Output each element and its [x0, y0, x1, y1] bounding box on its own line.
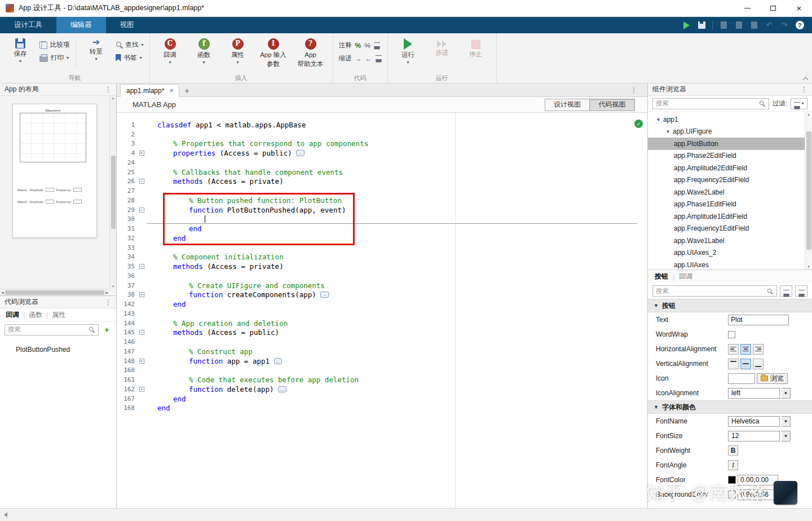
- bookmark-button[interactable]: 书签 ▾: [116, 54, 144, 62]
- code-line-36[interactable]: 36: [117, 271, 647, 281]
- align-center-button[interactable]: [740, 344, 751, 355]
- smart-indent-icon[interactable]: [376, 55, 382, 59]
- chevron-down-icon[interactable]: ▼: [782, 416, 791, 427]
- indent-left-icon[interactable]: ←: [365, 55, 372, 62]
- filter-dropdown[interactable]: ▾: [791, 98, 807, 109]
- icon-path-input[interactable]: [728, 373, 755, 384]
- fontname-select[interactable]: Helvetica: [728, 416, 780, 427]
- indent-right-icon[interactable]: →: [355, 55, 362, 62]
- align-left-button[interactable]: [728, 344, 739, 355]
- tab-button-props[interactable]: 按钮: [655, 272, 668, 281]
- app-preview-thumbnail[interactable]: Waveform Wave1: Amplitude: Frequency:: [12, 104, 97, 238]
- tree-item-app.Amplitude1EditField[interactable]: app.Amplitude1EditField: [648, 210, 812, 223]
- quick-save-icon[interactable]: [697, 21, 706, 30]
- panel-menu-icon[interactable]: ⋮: [105, 298, 112, 306]
- code-line-162[interactable]: 162+function delete(app) ...: [117, 385, 647, 394]
- close-button[interactable]: ×: [786, 0, 812, 16]
- code-line-29[interactable]: 29−function PlotButtonPushed(app, event): [117, 205, 647, 215]
- italic-button[interactable]: I: [728, 460, 738, 470]
- tree-item-app.UIAxes_2[interactable]: app.UIAxes_2: [648, 247, 812, 259]
- code-line-167[interactable]: 167end: [117, 394, 647, 404]
- tree-item-app.Frequency1EditField[interactable]: app.Frequency1EditField: [648, 223, 812, 235]
- text-value-input[interactable]: Plot: [728, 315, 789, 325]
- list-item-callback[interactable]: PlotButtonPushed: [0, 344, 116, 355]
- code-line-30[interactable]: 30: [117, 215, 647, 224]
- fold-expand-icon[interactable]: +: [139, 387, 144, 392]
- collapsed-code-ellipsis[interactable]: ...: [278, 386, 286, 392]
- tree-item-app1[interactable]: ▾app1: [648, 113, 812, 126]
- bgcolor-swatch[interactable]: [728, 491, 736, 498]
- fold-collapse-icon[interactable]: −: [139, 264, 144, 269]
- code-browser-search-input[interactable]: 搜索: [5, 324, 99, 335]
- close-icon[interactable]: ×: [169, 87, 173, 94]
- design-view-button[interactable]: 设计视图: [545, 99, 590, 111]
- tab-functions[interactable]: 函数: [29, 310, 42, 320]
- category-view-icon[interactable]: [780, 285, 792, 297]
- code-line-161[interactable]: 161% Code that executes before app delet…: [117, 375, 647, 385]
- code-line-26[interactable]: 26−methods (Access = private): [117, 177, 647, 187]
- code-line-33[interactable]: 33: [117, 243, 647, 253]
- code-line-3[interactable]: 3% Properties that correspond to app com…: [117, 139, 647, 149]
- compare-button[interactable]: 比较项: [39, 41, 70, 49]
- iconalign-select[interactable]: left: [728, 388, 780, 399]
- fontcolor-swatch[interactable]: [728, 476, 736, 484]
- code-line-168[interactable]: 168end: [117, 404, 647, 413]
- code-line-142[interactable]: 142end: [117, 299, 647, 309]
- tree-item-app.Frequency2EditField[interactable]: app.Frequency2EditField: [648, 174, 812, 187]
- code-line-143[interactable]: 143: [117, 309, 647, 319]
- tab-design-tools[interactable]: 设计工具: [0, 17, 56, 33]
- vertical-scrollbar[interactable]: ▲▼: [805, 112, 812, 270]
- tree-item-app.Phase1EditField[interactable]: app.Phase1EditField: [648, 198, 812, 211]
- fold-expand-icon[interactable]: +: [139, 292, 144, 297]
- tree-item-app.Wave1Label[interactable]: app.Wave1Label: [648, 235, 812, 247]
- wrap-comments-icon[interactable]: [374, 42, 380, 46]
- valign-center-button[interactable]: [740, 359, 751, 369]
- section-font[interactable]: ▼ 字体和颜色: [648, 400, 812, 414]
- code-line-147[interactable]: 147% Construct app: [117, 347, 647, 356]
- add-callback-button[interactable]: +: [102, 325, 112, 334]
- tab-properties[interactable]: 属性: [52, 310, 65, 320]
- tab-editor[interactable]: 编辑器: [56, 17, 106, 33]
- fontsize-select[interactable]: 12: [728, 431, 780, 441]
- tree-item-app.UIFigure[interactable]: ▾app.UIFigure: [648, 126, 812, 138]
- browse-button[interactable]: 浏览: [757, 373, 788, 384]
- new-tab-icon[interactable]: +: [184, 87, 189, 95]
- app-help-text-button[interactable]: ? App 帮助文本: [294, 37, 327, 68]
- fold-expand-icon[interactable]: +: [139, 359, 144, 364]
- tree-expander-icon[interactable]: ▾: [664, 129, 672, 134]
- tree-expander-icon[interactable]: ▾: [655, 117, 662, 122]
- tree-item-app.Phase2EditField[interactable]: app.Phase2EditField: [648, 150, 812, 162]
- sort-view-icon[interactable]: [795, 285, 807, 297]
- fold-collapse-icon[interactable]: −: [139, 207, 144, 213]
- panel-menu-icon[interactable]: ⋮: [801, 86, 807, 94]
- help-icon[interactable]: ?: [795, 21, 804, 30]
- tab-bar-menu-icon[interactable]: ⋮: [630, 86, 637, 94]
- inspector-search-input[interactable]: 搜索: [652, 285, 777, 297]
- chevron-down-icon[interactable]: ▼: [782, 431, 791, 441]
- tree-item-app.Amplitude2EditField[interactable]: app.Amplitude2EditField: [648, 162, 812, 174]
- code-line-145[interactable]: 145−methods (Access = public): [117, 328, 647, 338]
- tab-view[interactable]: 视图: [106, 17, 148, 33]
- tab-callbacks[interactable]: 回调: [6, 310, 19, 320]
- code-line-27[interactable]: 27: [117, 186, 647, 196]
- collapsed-code-ellipsis[interactable]: ...: [274, 358, 283, 364]
- tab-callback-props[interactable]: 回调: [679, 272, 692, 281]
- document-tab-app1[interactable]: app1.mlapp* ×: [120, 84, 179, 97]
- print-button[interactable]: 打印 ▾: [39, 54, 70, 62]
- code-line-25[interactable]: 25% Callbacks that handle component even…: [117, 167, 647, 177]
- goto-button[interactable]: ➔ 转至 ▾: [82, 37, 111, 61]
- code-line-35[interactable]: 35−methods (Access = private): [117, 262, 647, 271]
- app-layout-canvas[interactable]: Waveform Wave1: Amplitude: Frequency:: [0, 96, 116, 295]
- collapsed-code-ellipsis[interactable]: ...: [320, 292, 329, 298]
- code-editor[interactable]: 1classdef app1 < matlab.apps.AppBase23% …: [117, 113, 647, 508]
- vertical-scrollbar[interactable]: ▲▼: [109, 96, 116, 289]
- code-line-1[interactable]: 1classdef app1 < matlab.apps.AppBase: [117, 120, 647, 130]
- collapsed-code-ellipsis[interactable]: ...: [296, 150, 304, 156]
- fold-collapse-icon[interactable]: −: [139, 330, 144, 335]
- app-input-args-button[interactable]: I App 输入 参数: [257, 37, 290, 68]
- comment-icon[interactable]: %: [355, 42, 361, 50]
- find-button[interactable]: 查找 ▾: [116, 41, 144, 49]
- insert-function-button[interactable]: f 函数 ▾: [189, 37, 219, 65]
- code-line-28[interactable]: 28% Button pushed function: PlotButton: [117, 196, 647, 205]
- panel-menu-icon[interactable]: ⋮: [105, 86, 112, 94]
